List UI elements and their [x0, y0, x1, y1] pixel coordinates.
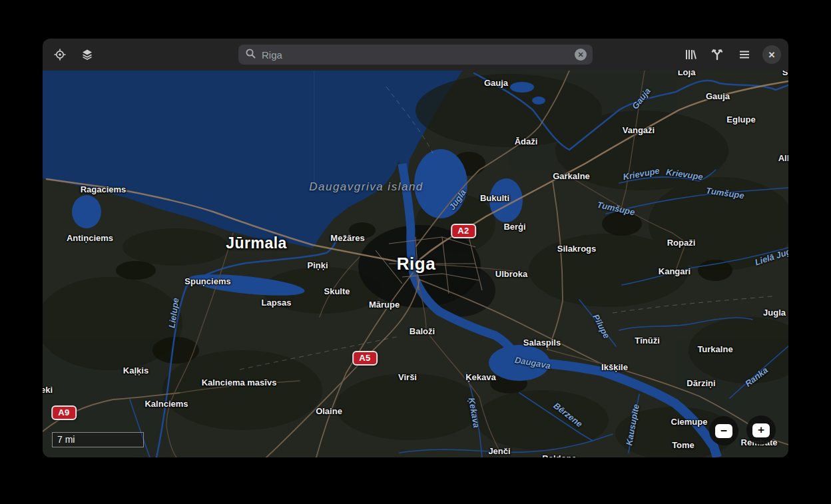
- headerbar: ✕: [43, 39, 788, 71]
- search-input[interactable]: [256, 49, 575, 61]
- layers-button[interactable]: [78, 45, 97, 64]
- road-badge-a2: A2: [451, 224, 476, 238]
- map-geography: [43, 71, 788, 457]
- scale-bar: 7 mi: [52, 432, 144, 447]
- search-icon: [245, 48, 256, 62]
- map-canvas[interactable]: RigaJūrmalaDaugavgriva islandGaujaLojaGa…: [43, 71, 788, 457]
- search-entry[interactable]: ✕: [238, 45, 593, 65]
- road-badge-a5: A5: [352, 351, 378, 366]
- zoom-in-icon: +: [752, 423, 770, 437]
- close-icon: ✕: [768, 50, 776, 60]
- gnome-maps-window: ✕: [43, 39, 788, 457]
- zoom-in-button[interactable]: +: [746, 415, 776, 445]
- bookmarks-button[interactable]: [681, 45, 700, 64]
- menu-button[interactable]: [735, 45, 754, 64]
- layers-icon: [81, 48, 94, 61]
- road-badge-a9: A9: [51, 405, 77, 420]
- close-button[interactable]: ✕: [762, 45, 781, 64]
- route-icon: [710, 48, 724, 61]
- library-icon: [684, 48, 697, 61]
- hamburger-menu-icon: [738, 48, 751, 61]
- goto-location-button[interactable]: [51, 45, 69, 64]
- zoom-out-icon: −: [715, 424, 732, 438]
- route-button[interactable]: [708, 45, 726, 64]
- crosshair-location-icon: [53, 48, 67, 61]
- clear-search-button[interactable]: ✕: [575, 49, 587, 61]
- zoom-out-button[interactable]: −: [709, 416, 738, 445]
